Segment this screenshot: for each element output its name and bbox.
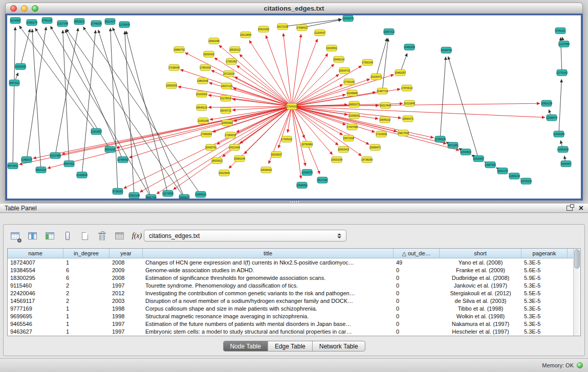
graph-node-label: 10562148 [128,194,140,197]
graph-edge[interactable] [292,103,540,106]
graph-edge[interactable] [32,29,41,170]
table-cell-short: Nakamura et al. (1997) [440,321,521,327]
zoom-window-button[interactable] [32,5,38,12]
dropdown-selected-value: citations_edges.txt [149,232,200,239]
graph-node-label: 18466214 [333,58,344,61]
graph-edge[interactable] [292,106,433,138]
table-cell-out_degree: 0 [394,313,440,319]
citation-network-graph[interactable]: 1724033185302121708145220722024190271232… [7,15,581,199]
graph-edge[interactable] [302,20,341,28]
table-row[interactable]: 946362711997Embryonic stem cells: a mode… [8,327,573,335]
scrollbar-thumb[interactable] [574,249,580,269]
import-table-button[interactable] [112,229,127,243]
delete-column-button[interactable] [95,229,110,243]
table-cell-year: 1997 [110,282,143,289]
column-header-in_degree[interactable]: in_degree [63,249,110,258]
tab-edge-table[interactable]: Edge Table [268,341,313,351]
column-header-short[interactable]: short [440,249,521,258]
panel-header-icons: × [567,205,583,212]
graph-node-label: 12770163 [556,71,568,74]
table-cell-year: 1998 [110,305,143,312]
column-header-name[interactable]: name [8,249,63,258]
tab-node-table[interactable]: Node Table [223,341,268,351]
network-canvas[interactable]: 1724033185302121708145220722024190271232… [7,15,581,199]
close-window-button[interactable] [10,5,17,12]
graph-node-label: 10093265 [15,65,26,68]
graph-edge[interactable] [63,30,69,164]
graph-edge[interactable] [180,70,292,106]
graph-node-label: 20760984 [301,143,313,146]
graph-edge[interactable] [117,106,292,148]
close-panel-icon[interactable]: × [579,205,583,212]
graph-edge[interactable] [440,57,446,139]
graph-edge[interactable] [292,106,459,150]
show-columns-button[interactable] [25,229,40,243]
graph-edge[interactable] [125,31,134,195]
memory-status-label[interactable]: Memory: OK [542,362,574,368]
table-cell-year: 1998 [110,313,143,319]
tab-network-table[interactable]: Network Table [313,341,365,351]
column-header-year[interactable]: year [110,249,143,258]
graph-edge[interactable] [376,38,387,77]
table-source-dropdown[interactable]: citations_edges.txt [144,230,346,242]
graph-edge[interactable] [288,106,292,133]
graph-edge[interactable] [292,34,301,106]
graph-edge[interactable] [382,38,388,91]
table-row[interactable]: 2242004622012Investigating the contribut… [8,289,573,297]
table-cell-title: Disruption of a novel member of a sodium… [143,298,394,304]
graph-node-label: 17447086 [346,125,358,128]
table-cell-pagerank: 5.3E-5 [521,259,568,266]
graph-edge[interactable] [126,31,168,193]
column-header-pagerank[interactable]: pagerank [521,249,568,258]
graph-edge[interactable] [13,27,15,166]
table-row[interactable]: 946554611997Estimation of the future num… [8,320,573,327]
graph-edge[interactable] [111,28,118,191]
table-row[interactable]: 1938455462009Genome-wide association stu… [8,266,573,274]
graph-edge[interactable] [82,30,96,175]
graph-node-label: 18317845 [380,104,391,107]
column-header-title[interactable]: title [143,249,394,258]
panel-divider-grip[interactable] [289,201,299,203]
function-builder-button[interactable]: f(x) [129,229,144,243]
network-window-titlebar[interactable]: citations_edges.txt [5,3,583,14]
vertical-scrollbar[interactable] [573,249,580,336]
graph-node-label: 8673541 [8,164,18,167]
float-panel-icon[interactable] [567,206,573,211]
fx-icon: f(x) [132,232,142,240]
graph-edge[interactable] [33,106,292,158]
graph-node-label: 18594371 [402,117,413,120]
table-cell-in_degree: 2 [63,290,110,296]
graph-edge[interactable] [292,106,375,132]
graph-edge[interactable] [559,79,561,134]
table-cell-title: Embryonic stem cells: a model to study s… [143,329,394,335]
graph-node-label: 20435781 [205,146,216,149]
table-row[interactable]: 1456911722003Disruption of a novel membe… [8,297,573,304]
table-row[interactable]: 969969511998Structural magnetic resonanc… [8,312,573,320]
table-row[interactable]: 977716911998Corpus callosum shape and si… [8,304,573,312]
graph-edge[interactable] [292,106,343,135]
table-row[interactable]: 1872400712008Changes of HCN gene express… [8,258,573,266]
graph-node-label: 17284533 [225,134,236,137]
graph-edge[interactable] [113,28,184,198]
minimize-window-button[interactable] [21,5,28,12]
graph-edge[interactable] [98,30,151,198]
graph-edge[interactable] [292,106,306,166]
graph-node-label: 11652934 [557,148,569,151]
graph-node-label: 20021406 [229,146,240,149]
graph-edge[interactable] [20,29,30,67]
table-row[interactable]: 1830029562008Estimation of significance … [8,274,573,281]
graph-edge[interactable] [292,95,345,106]
cell-tools-button[interactable] [60,229,75,243]
table-row[interactable]: 911546021997Tourette syndrome. Phenomeno… [8,281,573,289]
graph-edge[interactable] [48,106,292,168]
column-header-out_degree[interactable]: △ out_de… [394,249,440,258]
graph-edge[interactable] [292,106,333,155]
graph-node-label: 19861545 [197,79,208,82]
select-columns-button[interactable] [42,229,57,243]
graph-edge[interactable] [292,74,339,106]
table-mode-button[interactable] [8,229,23,243]
graph-node-label: 10237489 [50,154,61,157]
graph-edge[interactable] [292,39,317,106]
new-column-button[interactable] [77,229,92,243]
graph-edge[interactable] [19,26,96,132]
